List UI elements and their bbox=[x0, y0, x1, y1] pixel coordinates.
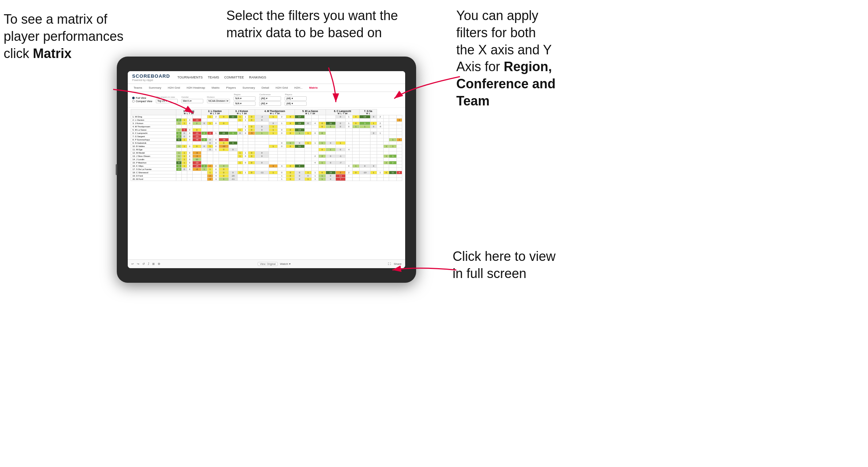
matrix-cell: 0 bbox=[248, 161, 255, 165]
matrix-cell: 0 bbox=[213, 138, 219, 142]
matrix-cell bbox=[213, 161, 219, 165]
division-select[interactable]: NCAA Division I ▾ bbox=[207, 99, 230, 103]
matrix-cell bbox=[228, 128, 237, 132]
subnav-teams[interactable]: Teams bbox=[132, 85, 144, 90]
matrix-container[interactable]: 1. W DingWLTDif 2. L ClantonWLTDif 3. J … bbox=[128, 108, 405, 182]
matrix-cell: 1 bbox=[345, 122, 352, 125]
matrix-cell bbox=[269, 174, 277, 178]
watch-button[interactable]: Watch ▾ bbox=[280, 262, 291, 266]
matrix-cell bbox=[187, 178, 192, 181]
matrix-cell bbox=[312, 135, 319, 138]
matrix-cell bbox=[360, 174, 370, 178]
subnav-players[interactable]: Players bbox=[225, 85, 238, 90]
matrix-cell bbox=[360, 178, 370, 181]
matrix-cell bbox=[219, 119, 228, 122]
settings-button[interactable]: ⚙ bbox=[158, 262, 160, 266]
matrix-cell: 4 bbox=[207, 132, 213, 135]
matrix-cell bbox=[201, 148, 207, 151]
share2-button[interactable]: ⤴ bbox=[148, 262, 149, 266]
matrix-cell bbox=[219, 128, 228, 132]
matrix-cell bbox=[389, 119, 397, 122]
matrix-cell: 0 bbox=[187, 122, 192, 125]
matrix-cell: 0 bbox=[255, 125, 269, 128]
app-toolbar: ↩ ↪ ↺ ⤴ ⊞ ⚙ View: Original Watch ▾ ⛶ Sha… bbox=[128, 259, 405, 268]
subnav-summary2[interactable]: Summary bbox=[241, 85, 256, 90]
matrix-cell: 0 bbox=[295, 171, 304, 174]
matrix-cell: 2 bbox=[396, 119, 402, 122]
matrix-cell: 1 bbox=[207, 168, 213, 171]
nav-committee[interactable]: COMMITTEE bbox=[224, 76, 244, 79]
matrix-cell bbox=[370, 145, 377, 148]
nav-teams[interactable]: TEAMS bbox=[208, 76, 219, 79]
players-select2[interactable]: (All) ▾ bbox=[285, 101, 307, 106]
matrix-cell: -20 bbox=[228, 174, 237, 178]
refresh-button[interactable]: ↺ bbox=[142, 262, 145, 266]
subnav-h2h-heatmap[interactable]: H2H Heatmap bbox=[185, 85, 207, 90]
conf-select2[interactable]: (All) ▾ bbox=[259, 101, 281, 106]
matrix-cell bbox=[370, 178, 377, 181]
matrix-cell: 1 bbox=[237, 119, 243, 122]
table-row: 4. M Thorbjornsen10010100110-6 bbox=[131, 125, 402, 128]
matrix-cell bbox=[360, 158, 370, 161]
matrix-cell: 13 bbox=[335, 174, 345, 178]
matrix-cell: 0 bbox=[248, 151, 255, 155]
matrix-cell bbox=[312, 148, 319, 151]
matrix-cell bbox=[345, 151, 352, 155]
view-original-button[interactable]: View: Original bbox=[258, 262, 278, 266]
subnav-h2h-grid2[interactable]: H2H Grid bbox=[274, 85, 289, 90]
compact-view-radio[interactable] bbox=[132, 100, 135, 103]
subnav-h2h2[interactable]: H2H... bbox=[293, 85, 304, 90]
annotation-bottomright: Click here to view in full screen bbox=[453, 248, 591, 282]
matrix-cell bbox=[255, 135, 269, 138]
table-row: 13. J Skov Olesen110-31000220-113 bbox=[131, 155, 402, 158]
matrix-cell bbox=[176, 174, 182, 178]
annotation-topmid: Select the filters you want the matrix d… bbox=[226, 7, 416, 42]
undo-button[interactable]: ↩ bbox=[131, 262, 134, 266]
matrix-cell: 1 bbox=[237, 155, 243, 158]
nav-tournaments[interactable]: TOURNAMENTS bbox=[177, 76, 203, 79]
redo-button[interactable]: ↪ bbox=[137, 262, 139, 266]
max-players-select[interactable]: Top 25 ▾ bbox=[156, 99, 178, 103]
matrix-cell: 13 bbox=[295, 122, 304, 125]
matrix-cell bbox=[326, 138, 335, 142]
players-select1[interactable]: (All) ▾ bbox=[285, 96, 307, 101]
matrix-cell: 0 bbox=[187, 155, 192, 158]
gender-select[interactable]: Men's ▾ bbox=[181, 99, 203, 103]
matrix-cell bbox=[243, 142, 248, 145]
subnav-h2h-grid[interactable]: H2H Grid bbox=[166, 85, 181, 90]
matrix-cell: 0 bbox=[228, 171, 237, 174]
matrix-cell: 1 bbox=[243, 151, 248, 155]
matrix-cell bbox=[335, 119, 345, 122]
subnav-matrix[interactable]: Matrix bbox=[210, 85, 221, 90]
subnav-matrix-active[interactable]: Matrix bbox=[308, 85, 319, 90]
subnav-summary[interactable]: Summary bbox=[147, 85, 163, 90]
matrix-cell: 1 bbox=[335, 142, 345, 145]
conf-select1[interactable]: (All) ▾ bbox=[259, 96, 281, 101]
matrix-cell bbox=[396, 128, 402, 132]
matrix-cell: 4 bbox=[396, 171, 402, 174]
full-view-option[interactable]: Full View bbox=[132, 97, 152, 99]
region-select1[interactable]: N/A ▾ bbox=[234, 96, 256, 101]
full-view-radio[interactable] bbox=[132, 97, 135, 99]
region-select2[interactable]: N/A ▾ bbox=[234, 101, 256, 106]
nav-rankings[interactable]: RANKINGS bbox=[249, 76, 266, 79]
matrix-cell: 0 bbox=[384, 171, 389, 174]
subnav-detail[interactable]: Detail bbox=[260, 85, 270, 90]
fullscreen-button[interactable]: ⛶ bbox=[388, 262, 391, 266]
matrix-cell bbox=[237, 142, 243, 145]
matrix-cell bbox=[360, 138, 370, 142]
compact-view-option[interactable]: Compact View bbox=[132, 100, 152, 103]
player-name-cell: 7. G Sargent bbox=[131, 135, 176, 138]
player-name-cell: 15. P Maichon bbox=[131, 161, 176, 165]
matrix-cell bbox=[396, 174, 402, 178]
matrix-cell bbox=[228, 125, 237, 128]
matrix-cell bbox=[384, 148, 389, 151]
matrix-cell: 14 bbox=[295, 128, 304, 132]
matrix-cell bbox=[182, 171, 187, 174]
matrix-cell: -15 bbox=[192, 135, 201, 138]
zoom-button[interactable]: ⊞ bbox=[152, 262, 155, 266]
matrix-cell bbox=[304, 148, 311, 151]
matrix-cell: 1 bbox=[319, 174, 326, 178]
matrix-cell: 1 bbox=[326, 125, 335, 128]
share-button[interactable]: Share bbox=[394, 262, 402, 266]
